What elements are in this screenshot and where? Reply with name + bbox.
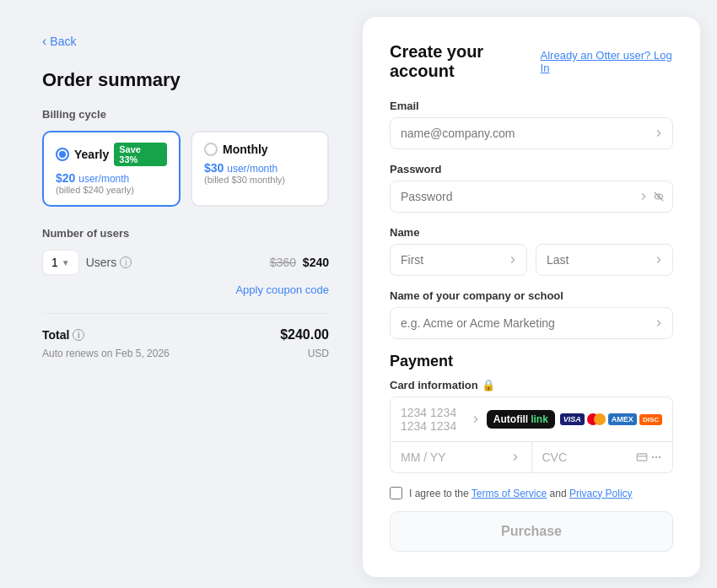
card-number-placeholder: 1234 1234 1234 1234 <box>401 406 470 433</box>
monthly-price: $30 user/month <box>204 161 315 175</box>
svg-rect-3 <box>637 454 647 461</box>
company-label: Name of your company or school <box>390 289 673 302</box>
card-input-icon <box>470 413 482 425</box>
total-label: Total i <box>42 328 84 342</box>
card-header: Create your account Already an Otter use… <box>390 42 673 81</box>
password-input-wrapper <box>390 181 673 213</box>
email-input[interactable] <box>390 117 673 149</box>
billing-cycle-label: Billing cycle <box>42 108 329 121</box>
users-section-label: Number of users <box>42 227 329 240</box>
price-current: $240 <box>303 256 329 269</box>
chevron-down-icon: ▼ <box>62 258 70 267</box>
back-label: Back <box>50 35 76 48</box>
name-field-group: Name <box>390 226 673 276</box>
save-badge: Save 33% <box>114 143 167 166</box>
expiry-icon <box>509 451 521 463</box>
total-info-icon[interactable]: i <box>73 329 84 341</box>
total-row: Total i $240.00 <box>42 327 329 343</box>
svg-point-6 <box>660 456 660 457</box>
first-name-wrapper <box>390 244 527 276</box>
email-icon <box>653 127 665 139</box>
name-label: Name <box>390 226 673 239</box>
card-brands: VISA AMEX DISC <box>560 413 662 425</box>
yearly-radio[interactable] <box>56 148 69 161</box>
terms-text: I agree to the Terms of Service and Priv… <box>409 488 633 499</box>
autofill-button[interactable]: Autofill link <box>487 410 555 429</box>
yearly-note: (billed $240 yearly) <box>56 185 167 195</box>
password-field-group: Password <box>390 163 673 213</box>
users-label: Users i <box>86 256 263 269</box>
card-expiry-cvc-row: MM / YY CVC <box>390 442 673 473</box>
price-original: $360 <box>270 256 296 269</box>
cvc-placeholder: CVC <box>542 450 568 464</box>
price-col: $360 $240 <box>270 256 329 269</box>
cvc-icons <box>636 451 662 463</box>
billing-options: Yearly Save 33% $20 user/month (billed $… <box>42 131 329 207</box>
apply-coupon-link[interactable]: Apply coupon code <box>42 283 329 296</box>
email-label: Email <box>390 100 673 112</box>
divider <box>42 313 329 314</box>
card-cvc[interactable]: CVC <box>532 442 673 472</box>
company-icon <box>653 317 665 329</box>
lock-icon: 🔒 <box>482 379 495 391</box>
password-input[interactable] <box>390 181 673 213</box>
terms-row: I agree to the Terms of Service and Priv… <box>390 487 673 499</box>
company-input-wrapper <box>390 307 673 339</box>
billing-option-yearly[interactable]: Yearly Save 33% $20 user/month (billed $… <box>42 131 181 207</box>
password-label: Password <box>390 163 673 175</box>
discover-icon: DISC <box>639 414 662 425</box>
cvc-more-icon <box>650 451 662 463</box>
users-info-icon[interactable]: i <box>120 256 132 268</box>
purchase-button[interactable]: Purchase <box>390 511 673 552</box>
svg-point-5 <box>655 456 656 457</box>
visa-icon: VISA <box>560 413 585 425</box>
users-count: 1 <box>51 256 58 269</box>
total-amount: $240.00 <box>280 327 329 343</box>
name-row <box>390 244 673 276</box>
card-expiry[interactable]: MM / YY <box>391 442 532 472</box>
expiry-placeholder: MM / YY <box>401 450 445 464</box>
order-title: Order summary <box>42 69 329 91</box>
card-number-row[interactable]: 1234 1234 1234 1234 Autofill link VISA A… <box>390 396 673 442</box>
yearly-label: Yearly <box>74 148 109 161</box>
currency-label: USD <box>308 348 329 359</box>
company-field-group: Name of your company or school <box>390 289 673 339</box>
monthly-label: Monthly <box>223 143 268 156</box>
card-actions: Autofill link VISA AMEX DISC <box>470 410 662 429</box>
back-arrow-icon: ‹ <box>42 34 46 49</box>
card-title: Create your account <box>390 42 541 81</box>
email-field-group: Email <box>390 100 673 149</box>
yearly-price: $20 user/month <box>56 171 167 185</box>
monthly-note: (billed $30 monthly) <box>204 175 315 185</box>
payment-section: Payment Card information 🔒 1234 1234 123… <box>390 353 673 473</box>
monthly-radio[interactable] <box>204 143 218 156</box>
autofill-link-text: link <box>531 413 548 425</box>
email-input-wrapper <box>390 117 673 149</box>
amex-icon: AMEX <box>608 413 637 425</box>
password-icons <box>638 191 665 202</box>
payment-title: Payment <box>390 353 673 370</box>
renews-row: Auto renews on Feb 5, 2026 USD <box>42 348 329 359</box>
terms-checkbox[interactable] <box>390 487 402 499</box>
renews-text: Auto renews on Feb 5, 2026 <box>42 348 170 359</box>
login-link[interactable]: Already an Otter user? Log In <box>541 49 673 74</box>
billing-option-monthly[interactable]: Monthly $30 user/month (billed $30 month… <box>191 131 329 207</box>
back-link[interactable]: ‹ Back <box>42 34 329 49</box>
mastercard-icon <box>587 413 606 425</box>
right-panel: Create your account Already an Otter use… <box>363 17 700 577</box>
users-section: Number of users 1 ▼ Users i $360 $240 Ap… <box>42 227 329 296</box>
users-row: 1 ▼ Users i $360 $240 <box>42 250 329 275</box>
users-select[interactable]: 1 ▼ <box>42 250 79 275</box>
tos-link[interactable]: Terms of Service <box>472 488 547 499</box>
last-name-wrapper <box>536 244 673 276</box>
svg-point-7 <box>652 456 653 457</box>
left-panel: ‹ Back Order summary Billing cycle Yearl… <box>17 17 354 577</box>
cvc-icon <box>636 451 648 463</box>
card-info-label: Card information 🔒 <box>390 379 673 391</box>
last-name-icon <box>653 254 665 266</box>
svg-line-2 <box>655 192 664 202</box>
first-name-icon <box>507 254 519 266</box>
pp-link[interactable]: Privacy Policy <box>569 488 633 499</box>
company-input[interactable] <box>390 307 673 339</box>
